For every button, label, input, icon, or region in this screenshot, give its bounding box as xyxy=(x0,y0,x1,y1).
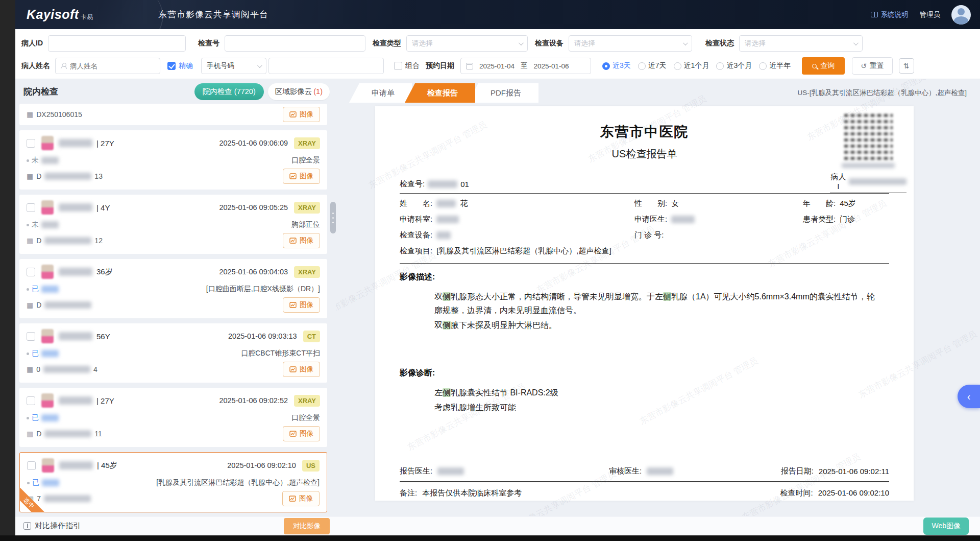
patient-avatar xyxy=(42,458,54,473)
patient-name-input[interactable] xyxy=(70,62,146,70)
patient-id-input[interactable] xyxy=(48,35,186,52)
report-date: 2025-01-06 09:02:11 xyxy=(819,467,889,476)
screen-bottom-edge xyxy=(0,535,980,541)
exam-list-item-partial[interactable]: ▦ DX250106015 图像 xyxy=(19,104,327,125)
exam-no-label: 检查号 xyxy=(198,39,219,48)
range-7d-radio[interactable] xyxy=(638,62,646,70)
exam-list-item[interactable]: | 4Y 2025-01-06 09:05:25 XRAY 未 胸部正位 ▦ D… xyxy=(19,195,327,254)
date-range-picker[interactable]: 2025-01-04 至 2025-01-06 xyxy=(460,58,591,74)
exam-list-item[interactable]: | 27Y 2025-01-06 09:02:52 XRAY 已 口腔全景 ▦ … xyxy=(19,388,327,447)
app-window: Kayisoft卡易 东营市影像云共享调阅平台 系统说明 管理员 病人ID 检查… xyxy=(15,0,980,535)
exam-id: DX250106015 xyxy=(36,110,82,119)
combine-checkbox[interactable] xyxy=(394,62,402,70)
exam-time: 2025-01-06 09:02:10 xyxy=(818,488,889,498)
exam-type-text: 胸部正位 xyxy=(291,220,320,229)
image-icon xyxy=(289,431,297,437)
patient-name-redacted xyxy=(59,139,92,147)
username-label: 管理员 xyxy=(920,10,941,19)
item-checkbox[interactable] xyxy=(27,203,35,212)
panel-resize-handle[interactable] xyxy=(330,202,336,233)
date-separator: 至 xyxy=(521,61,528,70)
patient-info-row-3: 检查设备: 门 诊 号: xyxy=(400,227,889,243)
exam-no-row: 检查号: 01 xyxy=(400,179,889,189)
refresh-icon: ↺ xyxy=(861,62,867,70)
exam-list-item[interactable]: 56Y 2025-01-06 09:03:13 CT 已 口腔CBCT锥形束CT… xyxy=(19,323,327,383)
range-6m-radio[interactable] xyxy=(759,62,767,70)
bottom-bar: 对比操作指引 对比影像 Web图像 xyxy=(15,516,980,535)
person-icon xyxy=(61,63,67,69)
item-checkbox[interactable] xyxy=(27,139,35,148)
tab-pdf-report[interactable]: PDF报告 xyxy=(468,83,538,103)
view-image-button[interactable]: 图像 xyxy=(283,233,320,248)
exam-list-item-selected[interactable]: 选中 | 45岁 2025-01-06 09:02:10 US 已 [乳腺及其引… xyxy=(19,452,327,512)
item-checkbox[interactable] xyxy=(27,461,36,470)
diagnosis-text-2: 考虑乳腺增生所致可能 xyxy=(434,401,878,414)
range-3m-radio[interactable] xyxy=(716,62,724,70)
system-help-link[interactable]: 系统说明 xyxy=(871,10,909,19)
exam-id-line: ▦ DX250106015 xyxy=(27,110,82,119)
view-image-button[interactable]: 图像 xyxy=(283,297,320,313)
tab-hospital-exams[interactable]: 院内检查 (7720) xyxy=(194,83,264,100)
view-image-button[interactable]: 图像 xyxy=(283,426,320,441)
collapse-panel-toggle[interactable]: ‹ xyxy=(958,385,980,408)
current-exam-title: US-[乳腺及其引流区淋巴结彩超（乳腺中心）,超声检查] xyxy=(797,88,967,98)
item-checkbox[interactable] xyxy=(27,396,35,405)
phone-input[interactable] xyxy=(268,58,384,74)
web-image-button[interactable]: Web图像 xyxy=(923,518,969,535)
tab-exam-report[interactable]: 检查报告 xyxy=(405,83,475,103)
view-image-button[interactable]: 图像 xyxy=(283,169,320,184)
exam-id-line: ▦ 04 xyxy=(27,365,97,373)
device-select[interactable]: 请选择 xyxy=(569,35,692,52)
layout-settings-button[interactable]: ⇅ xyxy=(899,58,914,74)
patient-avatar xyxy=(41,393,54,408)
tab-region-cloud[interactable]: 区域影像云(1) xyxy=(268,83,330,100)
view-image-button[interactable]: 图像 xyxy=(283,107,320,122)
exam-status: 未 xyxy=(27,220,59,229)
patient-info-row-2: 申请科室: 申请医生: 患者类型:门诊 xyxy=(400,211,889,227)
patient-name-redacted xyxy=(59,332,92,340)
range-1m-radio[interactable] xyxy=(674,62,681,70)
view-image-button[interactable]: 图像 xyxy=(283,362,320,377)
patient-name-redacted xyxy=(59,203,92,211)
film-icon: ▦ xyxy=(27,365,33,373)
region-count: (1) xyxy=(313,87,323,96)
exam-list-item[interactable]: | 27Y 2025-01-06 09:06:09 XRAY 未 口腔全景 ▦ … xyxy=(19,130,327,190)
exam-type-select[interactable]: 请选择 xyxy=(406,35,528,52)
patient-name-field[interactable] xyxy=(55,58,160,74)
compare-guide-link[interactable]: 对比操作指引 xyxy=(23,521,81,531)
item-checkbox[interactable] xyxy=(27,268,35,276)
film-icon: ▦ xyxy=(27,301,33,309)
sidebar-header: 院内检查 院内检查 (7720) 区域影像云(1) xyxy=(19,79,332,104)
report-document: 病人I 东营市中医院 US检查报告单 检查号: 01 姓 名:花 性 别:女 年… xyxy=(375,106,914,501)
search-button[interactable]: 查询 xyxy=(802,57,845,75)
exam-no-redacted xyxy=(428,180,457,188)
modality-badge: XRAY xyxy=(294,395,320,407)
tab-application-form[interactable]: 申请单 xyxy=(349,83,412,103)
diagnosis-text-1: 左侧乳腺囊实性结节 BI-RADS:2级 xyxy=(434,386,878,399)
patient-name-redacted xyxy=(59,396,92,405)
patient-name-redacted xyxy=(59,461,93,469)
hospital-name: 东营市中医院 xyxy=(400,123,889,141)
status-select[interactable]: 请选择 xyxy=(739,35,863,52)
exam-status: 已 xyxy=(27,413,59,422)
exam-no-input[interactable] xyxy=(225,35,365,52)
exact-label: 精确 xyxy=(179,61,193,70)
compare-images-button[interactable]: 对比影像 xyxy=(284,518,330,534)
exam-list-item[interactable]: 36岁 2025-01-06 09:04:03 XRAY 已 [口腔曲面断层,口… xyxy=(19,259,327,318)
report-title: US检查报告单 xyxy=(400,147,889,161)
exam-datetime: 2025-01-06 09:06:09 xyxy=(219,139,288,147)
view-image-button[interactable]: 图像 xyxy=(282,491,320,506)
logo-area: Kayisoft卡易 xyxy=(15,0,143,29)
user-avatar[interactable] xyxy=(951,5,971,25)
report-panel: 申请单 检查报告 PDF报告 US-[乳腺及其引流区淋巴结彩超（乳腺中心）,超声… xyxy=(336,79,980,516)
chevron-down-icon xyxy=(519,40,524,45)
date-from: 2025-01-04 xyxy=(479,62,514,70)
item-checkbox[interactable] xyxy=(27,332,35,341)
phone-field-select[interactable]: 手机号码 xyxy=(201,58,266,74)
reset-button[interactable]: ↺ 重置 xyxy=(852,57,893,75)
report-note-row: 备注:本报告仅供本院临床科室参考 检查时间:2025-01-06 09:02:1… xyxy=(400,488,889,498)
exact-checkbox[interactable] xyxy=(167,62,176,70)
patient-age: | 27Y xyxy=(96,396,114,405)
range-3d-radio[interactable] xyxy=(602,62,610,70)
status-label: 检查状态 xyxy=(705,39,734,48)
